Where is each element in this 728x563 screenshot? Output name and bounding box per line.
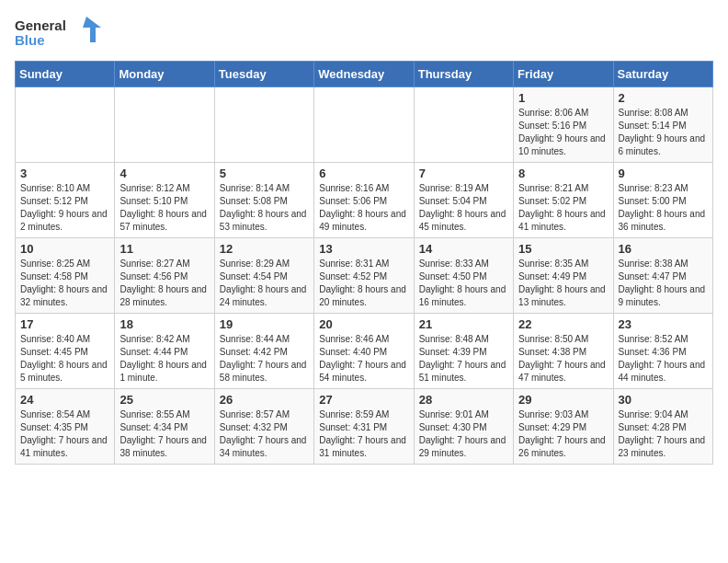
calendar-cell: 26Sunrise: 8:57 AM Sunset: 4:32 PM Dayli…	[214, 389, 313, 465]
day-info: Sunrise: 8:08 AM Sunset: 5:14 PM Dayligh…	[619, 107, 708, 158]
calendar-cell: 8Sunrise: 8:21 AM Sunset: 5:02 PM Daylig…	[514, 163, 613, 238]
calendar-cell: 5Sunrise: 8:14 AM Sunset: 5:08 PM Daylig…	[214, 163, 313, 238]
day-info: Sunrise: 8:35 AM Sunset: 4:49 PM Dayligh…	[518, 258, 608, 309]
day-info: Sunrise: 8:19 AM Sunset: 5:04 PM Dayligh…	[419, 182, 508, 234]
day-number: 24	[20, 393, 109, 407]
day-info: Sunrise: 8:14 AM Sunset: 5:08 PM Dayligh…	[220, 182, 309, 234]
calendar-cell: 13Sunrise: 8:31 AM Sunset: 4:52 PM Dayli…	[314, 238, 414, 314]
calendar-cell: 30Sunrise: 9:04 AM Sunset: 4:28 PM Dayli…	[613, 389, 712, 465]
day-info: Sunrise: 8:44 AM Sunset: 4:42 PM Dayligh…	[220, 333, 309, 385]
calendar-cell	[214, 87, 313, 163]
calendar-cell: 1Sunrise: 8:06 AM Sunset: 5:16 PM Daylig…	[514, 87, 613, 163]
calendar-cell	[16, 87, 115, 163]
weekday-header: Thursday	[414, 62, 513, 87]
day-info: Sunrise: 8:25 AM Sunset: 4:58 PM Dayligh…	[20, 258, 109, 309]
day-number: 16	[619, 242, 708, 256]
calendar-week-row: 24Sunrise: 8:54 AM Sunset: 4:35 PM Dayli…	[16, 389, 713, 465]
calendar-cell: 4Sunrise: 8:12 AM Sunset: 5:10 PM Daylig…	[115, 163, 214, 238]
day-number: 6	[319, 167, 408, 180]
day-number: 27	[319, 393, 408, 407]
calendar-table: SundayMondayTuesdayWednesdayThursdayFrid…	[15, 61, 713, 465]
day-number: 26	[220, 393, 309, 407]
day-number: 17	[20, 317, 109, 331]
day-number: 23	[619, 317, 708, 331]
day-number: 9	[619, 167, 708, 180]
day-number: 25	[119, 393, 209, 407]
calendar-cell: 25Sunrise: 8:55 AM Sunset: 4:34 PM Dayli…	[115, 389, 214, 465]
calendar-cell: 15Sunrise: 8:35 AM Sunset: 4:49 PM Dayli…	[514, 238, 613, 314]
weekday-header: Friday	[514, 62, 613, 87]
weekday-header: Monday	[115, 62, 214, 87]
calendar-cell: 21Sunrise: 8:48 AM Sunset: 4:39 PM Dayli…	[414, 314, 513, 389]
day-number: 11	[119, 242, 209, 256]
calendar-week-row: 10Sunrise: 8:25 AM Sunset: 4:58 PM Dayli…	[16, 238, 713, 314]
day-info: Sunrise: 8:33 AM Sunset: 4:50 PM Dayligh…	[419, 258, 508, 309]
day-number: 12	[220, 242, 309, 256]
calendar-cell: 27Sunrise: 8:59 AM Sunset: 4:31 PM Dayli…	[314, 389, 414, 465]
day-info: Sunrise: 8:12 AM Sunset: 5:10 PM Dayligh…	[119, 182, 209, 234]
calendar-cell: 10Sunrise: 8:25 AM Sunset: 4:58 PM Dayli…	[16, 238, 115, 314]
day-number: 4	[119, 167, 209, 180]
calendar-week-row: 3Sunrise: 8:10 AM Sunset: 5:12 PM Daylig…	[16, 163, 713, 238]
calendar-cell: 14Sunrise: 8:33 AM Sunset: 4:50 PM Dayli…	[414, 238, 513, 314]
day-info: Sunrise: 8:38 AM Sunset: 4:47 PM Dayligh…	[619, 258, 708, 309]
svg-text:Blue: Blue	[15, 32, 45, 48]
day-info: Sunrise: 8:16 AM Sunset: 5:06 PM Dayligh…	[319, 182, 408, 234]
day-number: 30	[619, 393, 708, 407]
day-number: 18	[119, 317, 209, 331]
day-info: Sunrise: 8:42 AM Sunset: 4:44 PM Dayligh…	[119, 333, 209, 385]
day-info: Sunrise: 8:31 AM Sunset: 4:52 PM Dayligh…	[319, 258, 408, 309]
day-info: Sunrise: 8:52 AM Sunset: 4:36 PM Dayligh…	[619, 333, 708, 385]
day-info: Sunrise: 8:23 AM Sunset: 5:00 PM Dayligh…	[619, 182, 708, 234]
calendar-cell: 7Sunrise: 8:19 AM Sunset: 5:04 PM Daylig…	[414, 163, 513, 238]
calendar-cell: 28Sunrise: 9:01 AM Sunset: 4:30 PM Dayli…	[414, 389, 513, 465]
calendar-cell: 20Sunrise: 8:46 AM Sunset: 4:40 PM Dayli…	[314, 314, 414, 389]
day-number: 28	[419, 393, 508, 407]
day-info: Sunrise: 8:54 AM Sunset: 4:35 PM Dayligh…	[20, 408, 109, 460]
day-number: 20	[319, 317, 408, 331]
weekday-header: Wednesday	[314, 62, 414, 87]
day-number: 1	[518, 91, 608, 105]
calendar-cell	[314, 87, 414, 163]
day-info: Sunrise: 9:03 AM Sunset: 4:29 PM Dayligh…	[518, 408, 608, 460]
day-info: Sunrise: 8:06 AM Sunset: 5:16 PM Dayligh…	[518, 107, 608, 158]
calendar-cell: 6Sunrise: 8:16 AM Sunset: 5:06 PM Daylig…	[314, 163, 414, 238]
weekday-header: Tuesday	[214, 62, 313, 87]
page-header: GeneralBlue	[15, 15, 713, 52]
day-number: 19	[220, 317, 309, 331]
calendar-week-row: 1Sunrise: 8:06 AM Sunset: 5:16 PM Daylig…	[16, 87, 713, 163]
day-number: 22	[518, 317, 608, 331]
day-info: Sunrise: 8:57 AM Sunset: 4:32 PM Dayligh…	[220, 408, 309, 460]
calendar-cell: 9Sunrise: 8:23 AM Sunset: 5:00 PM Daylig…	[613, 163, 712, 238]
day-info: Sunrise: 8:46 AM Sunset: 4:40 PM Dayligh…	[319, 333, 408, 385]
weekday-header: Saturday	[613, 62, 712, 87]
day-info: Sunrise: 8:27 AM Sunset: 4:56 PM Dayligh…	[119, 258, 209, 309]
day-number: 29	[518, 393, 608, 407]
calendar-cell: 23Sunrise: 8:52 AM Sunset: 4:36 PM Dayli…	[613, 314, 712, 389]
svg-text:General: General	[15, 17, 66, 33]
day-number: 5	[220, 167, 309, 180]
day-info: Sunrise: 8:55 AM Sunset: 4:34 PM Dayligh…	[119, 408, 209, 460]
day-number: 7	[419, 167, 508, 180]
logo-svg: GeneralBlue	[15, 15, 116, 52]
calendar-cell: 2Sunrise: 8:08 AM Sunset: 5:14 PM Daylig…	[613, 87, 712, 163]
calendar-header-row: SundayMondayTuesdayWednesdayThursdayFrid…	[16, 62, 713, 87]
logo: GeneralBlue	[15, 15, 116, 52]
svg-marker-0	[83, 17, 101, 42]
calendar-cell: 18Sunrise: 8:42 AM Sunset: 4:44 PM Dayli…	[115, 314, 214, 389]
day-info: Sunrise: 8:40 AM Sunset: 4:45 PM Dayligh…	[20, 333, 109, 385]
calendar-cell: 11Sunrise: 8:27 AM Sunset: 4:56 PM Dayli…	[115, 238, 214, 314]
day-info: Sunrise: 8:10 AM Sunset: 5:12 PM Dayligh…	[20, 182, 109, 234]
day-info: Sunrise: 9:01 AM Sunset: 4:30 PM Dayligh…	[419, 408, 508, 460]
calendar-cell: 24Sunrise: 8:54 AM Sunset: 4:35 PM Dayli…	[16, 389, 115, 465]
calendar-cell	[115, 87, 214, 163]
day-info: Sunrise: 8:59 AM Sunset: 4:31 PM Dayligh…	[319, 408, 408, 460]
day-number: 3	[20, 167, 109, 180]
calendar-cell: 16Sunrise: 8:38 AM Sunset: 4:47 PM Dayli…	[613, 238, 712, 314]
day-number: 15	[518, 242, 608, 256]
calendar-week-row: 17Sunrise: 8:40 AM Sunset: 4:45 PM Dayli…	[16, 314, 713, 389]
weekday-header: Sunday	[16, 62, 115, 87]
day-info: Sunrise: 8:48 AM Sunset: 4:39 PM Dayligh…	[419, 333, 508, 385]
day-number: 21	[419, 317, 508, 331]
calendar-cell: 22Sunrise: 8:50 AM Sunset: 4:38 PM Dayli…	[514, 314, 613, 389]
